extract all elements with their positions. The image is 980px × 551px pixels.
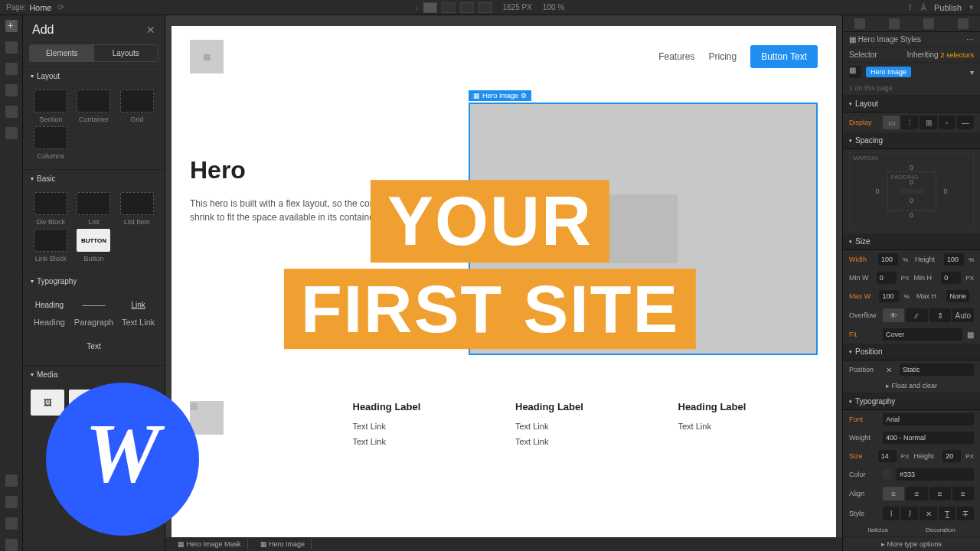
footer-logo-col[interactable]: ▦ <box>190 401 330 452</box>
preview-icon[interactable]: Å <box>921 3 926 12</box>
selection-tag[interactable]: ▦ Hero Image ⚙ <box>469 90 531 101</box>
spacing-control[interactable]: MARGIN 0 0 PADDING00 0 0 <box>849 152 974 230</box>
help-icon[interactable] <box>5 517 18 530</box>
el-section[interactable]: Section <box>31 90 70 123</box>
gear-icon[interactable] <box>889 18 900 29</box>
font-select[interactable]: Arial <box>883 413 974 425</box>
col-link[interactable]: Text Link <box>515 437 655 446</box>
device-desktop[interactable] <box>423 2 436 13</box>
footer-col-3[interactable]: Heading Label Text Link <box>678 401 818 452</box>
tab-elements[interactable]: Elements <box>30 45 94 61</box>
el-textblock[interactable]: Text <box>31 336 157 356</box>
search-icon[interactable] <box>5 496 18 508</box>
close-icon[interactable]: ✕ <box>146 24 155 36</box>
el-list[interactable]: List <box>74 192 113 226</box>
chevron-down-icon[interactable]: ▾ <box>969 2 974 12</box>
canvas-zoom: 100 % <box>543 3 564 11</box>
el-youtube[interactable]: ▶ <box>107 390 141 416</box>
col-link[interactable]: Text Link <box>353 422 493 431</box>
refresh-icon[interactable]: ⟳ <box>57 2 64 12</box>
hero-heading[interactable]: Hero <box>190 156 450 184</box>
el-video[interactable]: ■ <box>69 390 103 416</box>
pages-icon[interactable] <box>5 41 18 54</box>
sec-spacing[interactable]: Spacing <box>843 132 980 149</box>
nav-pricing[interactable]: Pricing <box>708 51 737 62</box>
fit-value[interactable]: Cover <box>883 328 962 341</box>
sec-position[interactable]: Position <box>843 344 980 360</box>
display-grid[interactable]: ⊞ <box>920 116 936 129</box>
sec-typography[interactable]: Typography <box>843 393 980 410</box>
col-heading[interactable]: Heading Label <box>353 401 493 412</box>
display-none[interactable]: — <box>957 116 974 129</box>
color-value[interactable]: #333 <box>897 468 974 481</box>
canvas-width: 1625 PX <box>502 3 531 11</box>
display-inline[interactable]: ▫ <box>939 116 956 129</box>
device-tablet[interactable] <box>441 2 455 13</box>
page-preview[interactable]: ▦ Features Pricing Button Text Hero This… <box>172 26 836 546</box>
section-media[interactable]: Media <box>23 365 165 383</box>
el-heading[interactable]: HeadingHeading <box>31 295 68 327</box>
display-label: Display <box>849 119 878 126</box>
fit-label: Fit <box>849 331 878 338</box>
footer-col-1[interactable]: Heading Label Text Link Text Link <box>353 401 493 452</box>
el-columns[interactable]: Columns <box>31 126 70 160</box>
settings-icon[interactable] <box>5 127 18 139</box>
breadcrumb: ▦ Hero Image Mask ▦ Hero Image <box>165 537 842 551</box>
col-link[interactable]: Text Link <box>353 437 493 446</box>
chevron-left-icon[interactable]: ‹ <box>416 3 419 12</box>
nav-button[interactable]: Button Text <box>750 45 818 68</box>
export-icon[interactable]: ⇪ <box>906 2 913 12</box>
sec-size[interactable]: Size <box>843 233 980 250</box>
col-heading[interactable]: Heading Label <box>678 401 818 412</box>
el-image[interactable]: 🖼 <box>31 390 64 416</box>
el-linkblock[interactable]: Link Block <box>31 229 70 262</box>
weight-select[interactable]: 400 - Normal <box>883 432 974 444</box>
instance-count: 1 on this page <box>849 84 893 92</box>
col-link[interactable]: Text Link <box>678 422 818 431</box>
device-mobile[interactable] <box>478 2 492 13</box>
audit-icon[interactable] <box>5 474 18 487</box>
el-paragraph[interactable]: ———Paragraph <box>74 295 113 327</box>
sec-layout[interactable]: Layout <box>843 96 980 112</box>
tab-layouts[interactable]: Layouts <box>94 45 158 61</box>
bolt-icon[interactable] <box>958 18 969 29</box>
col-link[interactable]: Text Link <box>515 422 655 431</box>
canvas[interactable]: ▦ Features Pricing Button Text Hero This… <box>165 15 842 551</box>
video-icon[interactable] <box>5 539 18 551</box>
hero-paragraph[interactable]: This hero is built with a flex layout, s… <box>190 197 450 224</box>
brush-icon[interactable] <box>854 18 865 29</box>
crumb-2[interactable]: ▦ Hero Image <box>254 539 312 549</box>
overflow-visible[interactable]: 👁 <box>883 308 904 322</box>
el-div[interactable]: Div Block <box>31 192 70 226</box>
footer-col-2[interactable]: Heading Label Text Link Text Link <box>515 401 655 452</box>
class-chip[interactable]: Hero Image <box>866 67 911 77</box>
cms-icon[interactable] <box>5 84 18 96</box>
add-icon[interactable] <box>5 20 18 32</box>
image-placeholder-icon <box>609 194 678 263</box>
logo-placeholder[interactable]: ▦ <box>190 40 224 73</box>
site-nav: ▦ Features Pricing Button Text <box>172 26 836 87</box>
nav-icon[interactable] <box>5 63 18 75</box>
el-listitem[interactable]: List Item <box>117 192 157 226</box>
el-textlink[interactable]: LinkText Link <box>119 295 157 327</box>
section-basic[interactable]: Basic <box>23 169 165 187</box>
el-button[interactable]: BUTTONButton <box>74 229 113 262</box>
display-flex[interactable]: ⦙ <box>901 116 918 129</box>
nav-features[interactable]: Features <box>658 51 694 62</box>
position-label: Position <box>849 366 878 373</box>
display-block[interactable]: ▭ <box>883 116 900 129</box>
hero-image-selected[interactable]: ▦ Hero Image ⚙ <box>469 103 818 355</box>
section-typography[interactable]: Typography <box>23 272 165 290</box>
assets-icon[interactable] <box>5 106 18 118</box>
sliders-icon[interactable] <box>923 18 934 29</box>
page-name[interactable]: Home <box>29 3 51 12</box>
position-value[interactable]: Static <box>900 364 974 376</box>
el-container[interactable]: Container <box>74 90 113 123</box>
section-layout[interactable]: Layout <box>23 67 165 85</box>
el-grid[interactable]: Grid <box>117 90 157 123</box>
col-heading[interactable]: Heading Label <box>515 401 655 412</box>
crumb-1[interactable]: ▦ Hero Image Mask <box>172 539 248 549</box>
device-mobile-l[interactable] <box>459 2 473 13</box>
page-prefix: Page: <box>6 3 26 11</box>
publish-button[interactable]: Publish <box>934 3 962 12</box>
